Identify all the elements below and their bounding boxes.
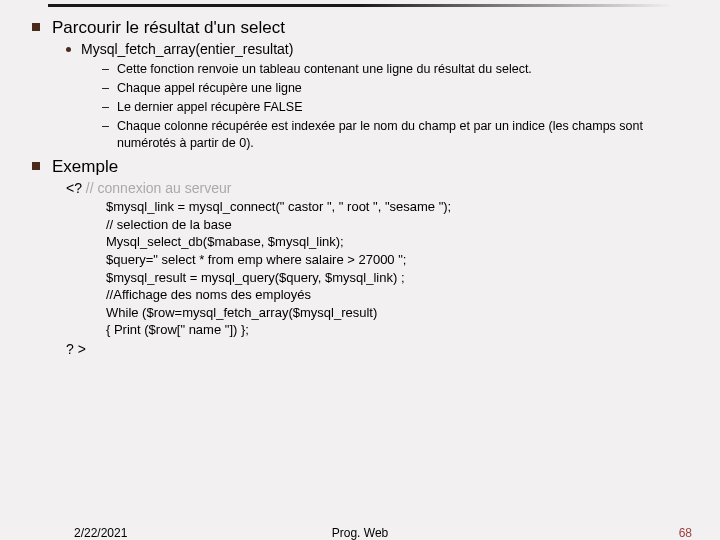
dash-bullet-icon: – xyxy=(102,80,109,97)
header-gradient-rule xyxy=(48,4,672,7)
slide-content: Parcourir le résultat d'un select Mysql_… xyxy=(32,18,700,357)
list-item: – Chaque appel récupère une ligne xyxy=(102,80,700,97)
list-item: – Le dernier appel récupère FALSE xyxy=(102,99,700,116)
footer-page-number: 68 xyxy=(679,526,692,540)
square-bullet-icon xyxy=(32,23,40,31)
code-line: // selection de la base xyxy=(106,216,700,234)
code-line: $mysql_result = mysql_query($query, $mys… xyxy=(106,269,700,287)
description-line: Le dernier appel récupère FALSE xyxy=(117,99,303,116)
footer-title: Prog. Web xyxy=(0,526,720,540)
dash-bullet-icon: – xyxy=(102,118,109,135)
code-comment: // connexion au serveur xyxy=(82,180,231,196)
list-item: Exemple xyxy=(32,157,700,177)
code-line: //Affichage des noms des employés xyxy=(106,286,700,304)
list-item: – Chaque colonne récupérée est indexée p… xyxy=(102,118,700,152)
dash-bullet-icon: – xyxy=(102,99,109,116)
dash-bullet-icon: – xyxy=(102,61,109,78)
php-open-tag-line: <? // connexion au serveur xyxy=(66,180,700,196)
list-item: – Cette fonction renvoie un tableau cont… xyxy=(102,61,700,78)
description-line: Chaque colonne récupérée est indexée par… xyxy=(117,118,700,152)
php-open-tag: <? xyxy=(66,180,82,196)
description-line: Cette fonction renvoie un tableau conten… xyxy=(117,61,532,78)
list-item: Parcourir le résultat d'un select xyxy=(32,18,700,38)
code-line: $mysql_link = mysql_connect(" castor ", … xyxy=(106,198,700,216)
php-close-tag: ? > xyxy=(66,341,700,357)
code-block: $mysql_link = mysql_connect(" castor ", … xyxy=(106,198,700,338)
section-heading: Exemple xyxy=(52,157,118,177)
square-bullet-icon xyxy=(32,162,40,170)
description-line: Chaque appel récupère une ligne xyxy=(117,80,302,97)
function-signature: Mysql_fetch_array(entier_resultat) xyxy=(81,41,293,57)
list-item: Mysql_fetch_array(entier_resultat) xyxy=(66,41,700,57)
code-line: Mysql_select_db($mabase, $mysql_link); xyxy=(106,233,700,251)
section-heading: Parcourir le résultat d'un select xyxy=(52,18,285,38)
code-line: { Print ($row[" name "]) }; xyxy=(106,321,700,339)
dot-bullet-icon xyxy=(66,47,71,52)
code-line: $query=" select * from emp where salaire… xyxy=(106,251,700,269)
code-line: While ($row=mysql_fetch_array($mysql_res… xyxy=(106,304,700,322)
